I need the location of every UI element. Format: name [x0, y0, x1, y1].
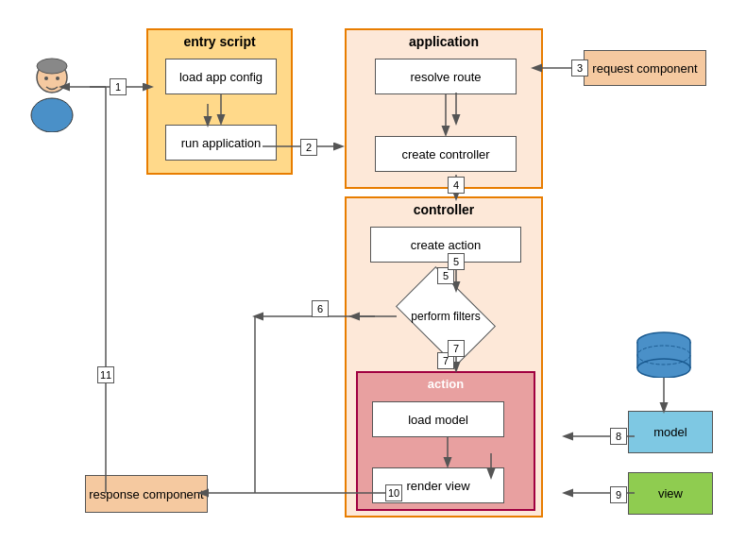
badge-1: 1 — [110, 78, 127, 95]
user-icon — [24, 47, 80, 132]
svg-point-19 — [37, 59, 67, 74]
badge-9: 9 — [610, 486, 627, 503]
svg-point-17 — [31, 98, 73, 132]
perform-filters-diamond: perform filters — [375, 283, 517, 349]
badge-11: 11 — [97, 366, 114, 383]
model-box: model — [628, 411, 713, 453]
entry-script-container: entry script load app config run applica… — [146, 28, 293, 175]
svg-point-20 — [44, 76, 48, 80]
badge-10: 10 — [385, 484, 402, 501]
badge-5: 5 — [448, 253, 465, 270]
database-icon — [635, 331, 693, 378]
badge-8: 8 — [610, 428, 627, 445]
view-box: view — [628, 472, 713, 515]
application-container: application resolve route create control… — [345, 28, 543, 189]
controller-container: controller create action 5 perform filte… — [345, 196, 543, 518]
run-application-box: run application — [165, 125, 277, 161]
diagram: 1 entry script load app config run appli… — [0, 0, 729, 560]
action-container: action load model render view — [356, 371, 535, 511]
badge-3: 3 — [571, 59, 588, 76]
badge-2: 2 — [300, 139, 317, 156]
svg-point-21 — [56, 76, 59, 80]
badge-7: 7 — [448, 340, 465, 357]
create-controller-box: create controller — [375, 136, 517, 172]
badge-6: 6 — [312, 300, 329, 317]
resolve-route-box: resolve route — [375, 59, 517, 94]
request-component-box: request component — [584, 50, 706, 86]
load-model-box: load model — [372, 401, 504, 437]
response-component-box: response component — [85, 475, 208, 513]
create-action-box: create action — [370, 227, 521, 263]
badge-4: 4 — [448, 177, 465, 194]
load-app-config-box: load app config — [165, 59, 277, 94]
